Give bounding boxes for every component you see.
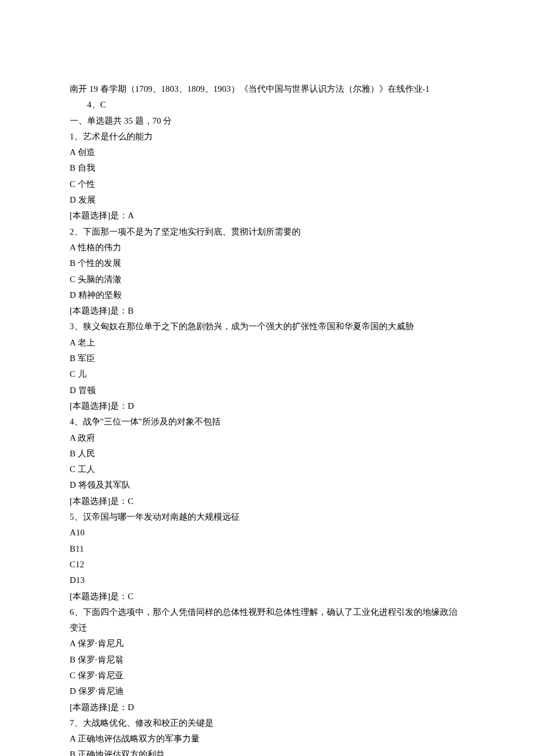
option-letter: C: [70, 465, 75, 474]
question-stem: 2、下面那一项不是为了坚定地实行到底、贯彻计划所需要的: [70, 224, 464, 240]
option-line: C 保罗·肯尼亚: [70, 668, 464, 683]
option-text: 保罗·肯尼亚: [78, 671, 124, 680]
option-text: 12: [75, 560, 84, 569]
option-line: A 性格的伟力: [70, 240, 464, 255]
option-text: 性格的伟力: [78, 243, 121, 252]
option-text: 个性的发展: [78, 258, 121, 268]
answer-line: [本题选择]是：C: [70, 589, 464, 604]
section-header: 一、单选题共 35 题，70 分: [70, 113, 464, 129]
answer-line: [本题选择]是：C: [70, 494, 464, 509]
option-text: 正确地评估双方的利益: [78, 750, 165, 756]
option-text: 冒顿: [78, 386, 96, 395]
option-line: C 工人: [70, 462, 464, 477]
option-line: A 正确地评估战略双方的军事力量: [70, 731, 464, 747]
option-letter: D: [70, 290, 76, 300]
option-line: A 保罗·肯尼凡: [70, 636, 464, 651]
course-title: 南开 19 春学期（1709、1803、1809、1903）《当代中国与世界认识…: [70, 81, 464, 97]
option-line: D 将领及其军队: [70, 477, 464, 493]
option-text: 军臣: [78, 354, 95, 363]
option-text: 老上: [78, 338, 95, 347]
answer-label: [本题选择]是：: [70, 401, 128, 411]
option-text: 发展: [78, 195, 96, 204]
option-letter: C: [70, 179, 75, 189]
option-line: A10: [70, 525, 464, 541]
answer-line: [本题选择]是：A: [70, 208, 464, 224]
answer-label: [本题选择]是：: [70, 496, 128, 506]
option-letter: D: [70, 686, 76, 696]
answer-value: C: [128, 592, 134, 601]
option-letter: A: [70, 433, 75, 442]
option-text: 政府: [78, 433, 95, 442]
answer-line: [本题选择]是：B: [70, 303, 464, 319]
answer-value: D: [128, 401, 134, 411]
answer-value: D: [128, 703, 134, 712]
option-text: 精神的坚毅: [78, 290, 122, 300]
option-line: B 自我: [70, 160, 464, 176]
answer-label: [本题选择]是：: [70, 306, 128, 315]
option-text: 13: [76, 575, 85, 585]
question-stem: 1、艺术是什么的能力: [70, 129, 464, 145]
meta-line: 4、C: [70, 97, 464, 113]
option-letter: B: [70, 163, 75, 172]
answer-label: [本题选择]是：: [70, 592, 128, 601]
option-line: B 军臣: [70, 351, 464, 366]
option-letter: B: [70, 449, 75, 458]
answer-label: [本题选择]是：: [70, 211, 128, 220]
option-letter: B: [70, 544, 75, 553]
option-line: B 个性的发展: [70, 255, 464, 271]
option-line: C 头脑的清澈: [70, 272, 464, 287]
question-stem: 6、下面四个选项中，那个人凭借同样的总体性视野和总体性理解，确认了工业化进程引发…: [70, 604, 464, 636]
option-letter: A: [70, 639, 75, 648]
option-letter: A: [70, 243, 75, 252]
option-letter: B: [70, 258, 75, 268]
option-letter: D: [70, 195, 76, 204]
option-letter: C: [70, 275, 75, 284]
option-line: A 创造: [70, 145, 464, 160]
option-text: 正确地评估战略双方的军事力量: [78, 734, 200, 743]
question-stem: 3、狭义匈奴在那位单于之下的急剧勃兴，成为一个强大的扩张性帝国和华夏帝国的大威胁: [70, 319, 464, 334]
answer-value: A: [128, 211, 134, 220]
answer-value: C: [128, 496, 134, 506]
option-line: A 老上: [70, 335, 464, 351]
option-letter: A: [70, 147, 75, 157]
option-letter: A: [70, 734, 75, 743]
option-letter: D: [70, 575, 76, 585]
option-line: C 个性: [70, 177, 464, 192]
question-stem: 7、大战略优化、修改和校正的关键是: [70, 715, 464, 731]
answer-value: B: [128, 306, 134, 315]
option-letter: D: [70, 386, 76, 395]
answer-line: [本题选择]是：D: [70, 398, 464, 414]
option-letter: B: [70, 750, 75, 756]
option-line: B 保罗·肯尼翁: [70, 652, 464, 668]
option-text: 创造: [78, 147, 95, 157]
option-text: 头脑的清澈: [78, 275, 121, 284]
option-line: B11: [70, 541, 464, 557]
option-line: C12: [70, 557, 464, 573]
option-letter: A: [70, 528, 76, 537]
option-text: 保罗·肯尼迪: [78, 686, 124, 696]
option-text: 人民: [78, 449, 95, 458]
option-letter: C: [70, 560, 75, 569]
option-text: 保罗·肯尼翁: [78, 655, 124, 664]
option-letter: C: [70, 369, 75, 379]
document-page: 南开 19 春学期（1709、1803、1809、1903）《当代中国与世界认识…: [0, 0, 534, 756]
answer-label: [本题选择]是：: [70, 703, 128, 712]
option-line: D 冒顿: [70, 383, 464, 398]
option-text: 将领及其军队: [78, 480, 131, 489]
option-line: B 人民: [70, 446, 464, 462]
option-text: 自我: [78, 163, 95, 172]
option-line: D 保罗·肯尼迪: [70, 683, 464, 699]
answer-line: [本题选择]是：D: [70, 700, 464, 715]
option-line: B 正确地评估双方的利益: [70, 747, 464, 756]
option-line: D 发展: [70, 192, 464, 208]
option-line: D 精神的坚毅: [70, 287, 464, 303]
option-text: 10: [76, 528, 85, 537]
option-text: 儿: [78, 369, 86, 379]
option-line: A 政府: [70, 430, 464, 446]
option-letter: D: [70, 480, 76, 489]
option-letter: A: [70, 338, 75, 347]
question-stem: 4、战争"三位一体"所涉及的对象不包括: [70, 414, 464, 430]
option-text: 11: [75, 544, 84, 553]
question-stem: 5、汉帝国与哪一年发动对南越的大规模远征: [70, 509, 464, 525]
option-text: 工人: [78, 465, 95, 474]
